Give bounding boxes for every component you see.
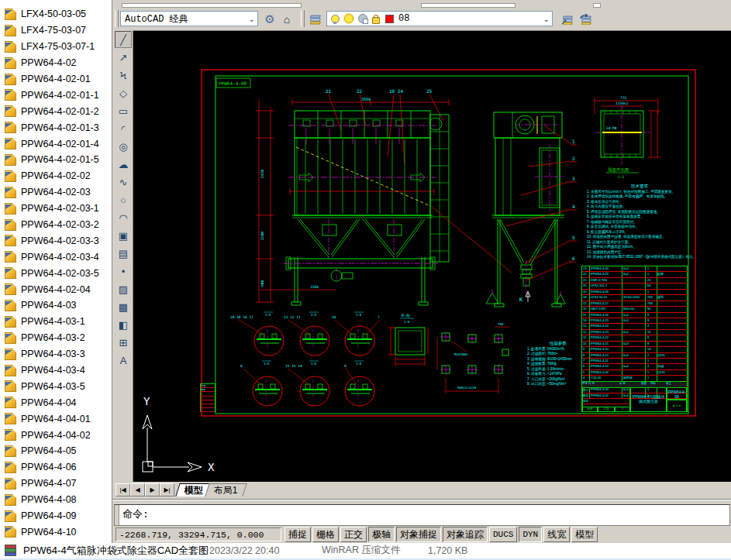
- file-list-item[interactable]: LFX4-50-03-05: [0, 6, 112, 22]
- file-list-item[interactable]: LFX4-75-03-07-1: [0, 39, 112, 55]
- chevron-down-icon[interactable]: ⌄: [543, 15, 550, 23]
- file-list-item[interactable]: PPW64-4-02-01-5: [0, 152, 112, 168]
- file-list-item[interactable]: PPW64-4-06: [0, 459, 112, 476]
- line-tool-button[interactable]: ╱: [115, 31, 132, 48]
- svg-text:3:5: 3:5: [265, 313, 271, 317]
- file-list-item[interactable]: PPW64-4-10: [0, 524, 112, 541]
- region-tool-button[interactable]: ◧: [115, 316, 132, 333]
- file-list-item[interactable]: PPW64-4-03-2: [0, 330, 112, 346]
- construction-line-tool-button[interactable]: ↗: [115, 49, 132, 66]
- multiline-text-tool-button[interactable]: A: [115, 352, 132, 369]
- file-list-item[interactable]: PPW64-4-02-02: [0, 168, 112, 184]
- rectangle-tool-button[interactable]: ▭: [115, 102, 132, 119]
- file-list-item[interactable]: PPW64-4-02-03-5: [0, 265, 112, 281]
- insert-block-tool-button[interactable]: ▣: [115, 227, 132, 244]
- polyline-tool-button[interactable]: Ϟ: [115, 67, 132, 84]
- file-list-item[interactable]: PPW64-4-02-01-1: [0, 87, 112, 103]
- file-list-item[interactable]: PPW64-4-02-03-3: [0, 232, 112, 249]
- svg-text:15 15 14: 15 15 14: [285, 364, 302, 368]
- file-list-item[interactable]: PPW64-4-03-5: [0, 378, 112, 394]
- last-tab-button[interactable]: ▶|: [160, 483, 174, 496]
- revision-cloud-tool-button[interactable]: ☁: [115, 156, 132, 173]
- layer-plot-icon[interactable]: [358, 14, 367, 23]
- status-toggle-button[interactable]: 正交: [340, 527, 367, 542]
- toolbar-grip[interactable]: [301, 10, 305, 27]
- dwg-file-icon: [5, 510, 16, 522]
- file-list: LFX4-50-03-05 LFX4-75-03-07 LFX4-75-03-0…: [0, 6, 112, 542]
- status-toggle-button[interactable]: DYN: [519, 527, 542, 542]
- point-tool-button[interactable]: •: [115, 263, 132, 280]
- chevron-down-icon[interactable]: ⌄: [249, 15, 255, 23]
- archive-file-row[interactable]: PPW64-4气箱脉冲袋式除尘器CAD全套图 2023/3/22 20:40 W…: [0, 542, 731, 558]
- arc-tool-button[interactable]: ◜: [115, 120, 132, 137]
- layer-lock-icon[interactable]: [372, 17, 380, 24]
- status-toggle-button[interactable]: 模型: [571, 527, 598, 542]
- file-name: PPW64-4-02-03-1: [21, 203, 99, 214]
- table-tool-button[interactable]: ⊞: [115, 334, 132, 351]
- status-toggle-button[interactable]: 线宽: [543, 527, 570, 542]
- command-window[interactable]: 命令:: [114, 504, 730, 526]
- command-splitter[interactable]: [112, 496, 731, 504]
- performance-notes-title: 性能参数: [527, 341, 589, 346]
- make-object-layer-current-button[interactable]: [559, 10, 576, 29]
- file-list-item[interactable]: PPW64-4-07: [0, 476, 112, 492]
- performance-notes: 性能参数 1. 处理风量: 64000m³/h2. 过滤面积: 768m²3. …: [527, 341, 589, 387]
- file-list-item[interactable]: LFX4-75-03-07: [0, 22, 112, 39]
- file-list-item[interactable]: PPW64-4-02-03: [0, 184, 112, 201]
- file-name: PPW64-4-04-02: [21, 430, 91, 441]
- file-list-item[interactable]: PPW64-4-02-01-2: [0, 103, 112, 119]
- layer-combo[interactable]: 08 ⌄: [326, 11, 553, 26]
- layer-color-swatch[interactable]: [385, 15, 394, 23]
- file-list-item[interactable]: PPW64-4-09: [0, 508, 112, 524]
- first-tab-button[interactable]: |◀: [116, 483, 130, 496]
- command-prompt[interactable]: 命令:: [119, 505, 149, 525]
- drawing-canvas[interactable]: PPW64-4-08 3504 2450 1500 900: [133, 30, 731, 482]
- polygon-tool-button[interactable]: ◇: [115, 84, 132, 101]
- workspace-settings-button[interactable]: ⚙: [261, 10, 278, 29]
- next-tab-button[interactable]: ▶: [145, 483, 160, 496]
- file-list-item[interactable]: PPW64-4-02-03-4: [0, 249, 112, 265]
- file-list-item[interactable]: PPW64-4-02-01-3: [0, 119, 112, 136]
- status-toggle-button[interactable]: 极轴: [368, 527, 395, 542]
- toolbar-grip[interactable]: [115, 10, 119, 27]
- file-list-item[interactable]: PPW64-4-02-03-1: [0, 201, 112, 217]
- my-workspace-button[interactable]: ⌂: [278, 10, 295, 29]
- file-list-item[interactable]: PPW64-4-08: [0, 492, 112, 508]
- file-list-item[interactable]: PPW64-4-04: [0, 394, 112, 411]
- status-toggle-button[interactable]: 对象追踪: [443, 527, 488, 542]
- layer-previous-button[interactable]: [577, 10, 594, 29]
- status-toggle-button[interactable]: DUCS: [489, 527, 517, 542]
- tab-layout1[interactable]: 布局1: [205, 483, 247, 496]
- status-toggle-button[interactable]: 栅格: [312, 527, 339, 542]
- file-list-item[interactable]: PPW64-4-04-01: [0, 411, 112, 427]
- svg-text:10: 10: [332, 315, 336, 319]
- status-toggle-button[interactable]: 对象捕捉: [396, 527, 441, 542]
- file-list-item[interactable]: PPW64-4-02: [0, 55, 112, 71]
- ellipse-tool-button[interactable]: ○: [115, 191, 132, 208]
- file-list-item[interactable]: PPW64-4-02-01-4: [0, 136, 112, 152]
- spline-tool-button[interactable]: ∿: [115, 173, 132, 191]
- svg-text:2: 2: [572, 156, 575, 161]
- svg-text:7: 7: [378, 315, 380, 319]
- file-list-item[interactable]: PPW64-4-02-03-2: [0, 217, 112, 233]
- gradient-tool-button[interactable]: ▩: [115, 298, 132, 315]
- coordinate-display[interactable]: -2268.719, 33294.715, 0.000: [116, 527, 281, 541]
- file-list-item[interactable]: PPW64-4-02-01: [0, 71, 112, 88]
- file-list-item[interactable]: PPW64-4-02-04: [0, 281, 112, 297]
- circle-tool-button[interactable]: ◎: [115, 138, 132, 155]
- workspace-combo[interactable]: AutoCAD 经典 ⌄: [120, 11, 258, 26]
- make-block-tool-button[interactable]: ▤: [115, 245, 132, 262]
- layer-on-bulb-icon[interactable]: [331, 15, 340, 23]
- file-list-item[interactable]: PPW64-4-03-1: [0, 314, 112, 330]
- status-toggle-button[interactable]: 捕捉: [284, 527, 311, 542]
- ellipse-arc-tool-button[interactable]: ◠: [115, 209, 132, 226]
- file-list-item[interactable]: PPW64-4-03-3: [0, 346, 112, 362]
- file-list-item[interactable]: PPW64-4-03-4: [0, 362, 112, 379]
- file-list-item[interactable]: PPW64-4-03: [0, 297, 112, 314]
- prev-tab-button[interactable]: ◀: [130, 483, 145, 496]
- layer-properties-button[interactable]: [307, 10, 324, 29]
- file-list-item[interactable]: PPW64-4-04-02: [0, 427, 112, 443]
- file-list-item[interactable]: PPW64-4-05: [0, 443, 112, 459]
- layer-freeze-sun-icon[interactable]: [344, 14, 353, 23]
- hatch-tool-button[interactable]: ▨: [115, 280, 132, 297]
